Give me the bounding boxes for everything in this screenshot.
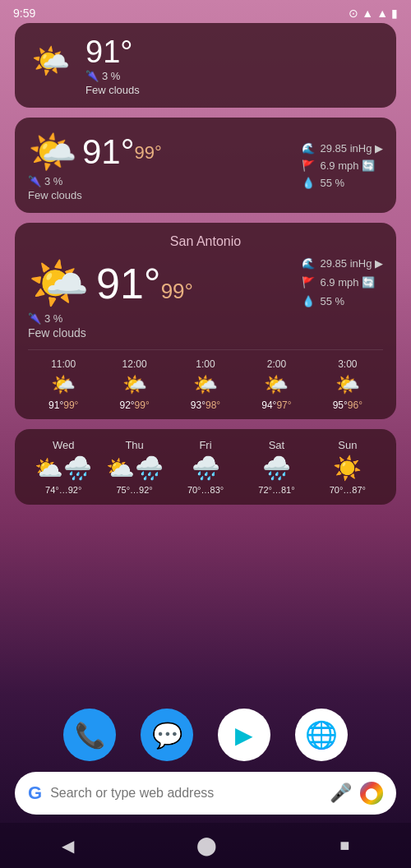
- hourly-time-4: 3:00: [338, 358, 357, 370]
- humidity-item: 💧 55 %: [302, 177, 383, 189]
- battery-icon: ▮: [391, 7, 398, 20]
- temp-large-main: 91°: [96, 260, 161, 307]
- wind-icon: 🚩: [302, 159, 315, 172]
- playstore-app-icon[interactable]: ▶: [218, 709, 270, 761]
- rain-small: 🌂 3 %: [85, 70, 140, 82]
- weekly-icon-sun: ☀️: [333, 455, 362, 482]
- phone-app-icon[interactable]: 📞: [63, 709, 116, 761]
- status-bar: 9:59 ⊙ ▲ ▲ ▮: [0, 0, 411, 23]
- hourly-temp-1: 92°99°: [119, 399, 149, 411]
- humidity-value-large: 55 %: [320, 295, 344, 307]
- weekly-item-thu: Thu ⛅🌧️ 75°…92°: [99, 439, 169, 495]
- pressure-icon-large: 🌊: [302, 257, 315, 270]
- hourly-temp-2: 93°98°: [191, 399, 220, 411]
- weekly-temps-fri: 70°…83°: [187, 485, 224, 495]
- weather-large-right: 🌊 29.85 inHg ▶ 🚩 6.9 mph 🔄 💧 55 %: [302, 257, 383, 307]
- wifi-icon: ▲: [362, 7, 373, 20]
- weekly-temps-wed: 74°…92°: [45, 485, 81, 495]
- hourly-temp-0: 91°99°: [48, 399, 78, 411]
- time-display: 9:59: [13, 7, 35, 20]
- icon-temp-row: 🌤️ 91°99°: [28, 129, 162, 175]
- wind-item: 🚩 6.9 mph 🔄: [302, 159, 383, 172]
- google-lens-icon[interactable]: ⬤: [360, 782, 383, 805]
- hourly-time-0: 11:00: [51, 358, 76, 370]
- condition-medium: Few clouds: [28, 189, 82, 201]
- rain-row-medium: 🌂 3 %: [28, 175, 62, 187]
- weather-large-left: 🌤️ 91°99° 🌂 3 % Few clouds: [28, 254, 193, 339]
- humidity-value: 55 %: [320, 177, 344, 189]
- weather-icon-medium: 🌤️: [28, 129, 77, 175]
- temp-medium-main: 91°: [82, 132, 135, 171]
- hourly-item-1: 12:00 🌤️ 92°99°: [99, 358, 169, 411]
- weekly-temps-thu: 75°…92°: [116, 485, 152, 495]
- hourly-icon-0: 🌤️: [51, 373, 76, 396]
- wind-value: 6.9 mph 🔄: [320, 159, 375, 172]
- humidity-icon: 💧: [302, 177, 315, 189]
- messages-icon: 💬: [152, 721, 182, 750]
- pressure-item-large: 🌊 29.85 inHg ▶: [302, 257, 383, 270]
- weekly-day-fri: Fri: [199, 439, 211, 451]
- weekly-day-thu: Thu: [125, 439, 143, 451]
- location-label: San Antonio: [28, 234, 383, 249]
- pressure-value-large: 29.85 inHg ▶: [320, 257, 383, 270]
- hourly-time-3: 2:00: [267, 358, 286, 370]
- hourly-item-3: 2:00 🌤️ 94°97°: [241, 358, 312, 411]
- weather-widget-small[interactable]: 🌤️ 91° 🌂 3 % Few clouds: [15, 23, 396, 108]
- weekly-day-sat: Sat: [269, 439, 285, 451]
- hourly-item-4: 3:00 🌤️ 95°96°: [312, 358, 383, 411]
- weekly-temps-sun: 70°…87°: [330, 485, 366, 495]
- weekly-day-wed: Wed: [53, 439, 75, 451]
- app-icons-row: 📞 💬 ▶ 🌐: [0, 709, 411, 761]
- pressure-value: 29.85 inHg ▶: [320, 142, 383, 155]
- weekly-item-wed: Wed ⛅🌧️ 74°…92°: [28, 439, 99, 495]
- weekly-item-sat: Sat 🌧️ 72°…81°: [241, 439, 312, 495]
- signal-icon: ▲: [376, 7, 388, 20]
- weekly-day-sun: Sun: [338, 439, 357, 451]
- humidity-drop-icon: 💧: [302, 295, 315, 307]
- hourly-item-0: 11:00 🌤️ 91°99°: [28, 358, 99, 411]
- humidity-item-large: 💧 55 %: [302, 295, 383, 307]
- weekly-icon-sat: 🌧️: [262, 455, 291, 482]
- chrome-app-icon[interactable]: 🌐: [295, 709, 348, 761]
- weekly-forecast: Wed ⛅🌧️ 74°…92° Thu ⛅🌧️ 75°…92° Fri 🌧️ 7…: [28, 439, 383, 495]
- pressure-icon: 🌊: [302, 142, 315, 155]
- umbrella-icon-medium: 🌂: [28, 175, 41, 187]
- home-button[interactable]: ⬤: [196, 835, 217, 856]
- hourly-icon-4: 🌤️: [335, 373, 360, 396]
- google-search-bar[interactable]: G 🎤 ⬤: [15, 772, 396, 815]
- rain-row-large: 🌂 3 %: [28, 312, 62, 325]
- condition-small: Few clouds: [85, 84, 140, 96]
- weekly-icon-fri: 🌧️: [192, 455, 220, 482]
- weather-icon-large: 🌤️: [28, 254, 90, 312]
- back-button[interactable]: ◀: [62, 836, 74, 856]
- temp-large-hi: 99°: [161, 279, 193, 303]
- weather-large-main: 🌤️ 91°99° 🌂 3 % Few clouds 🌊 29.85 inHg …: [28, 254, 383, 339]
- temp-small: 91°: [85, 35, 140, 70]
- chrome-icon: 🌐: [305, 719, 338, 750]
- phone-icon: 📞: [75, 721, 105, 750]
- temp-medium-hi: 99°: [135, 142, 162, 163]
- microphone-icon[interactable]: 🎤: [330, 783, 352, 804]
- weekly-item-fri: Fri 🌧️ 70°…83°: [170, 439, 241, 495]
- google-g-logo: G: [28, 783, 42, 804]
- hourly-forecast: 11:00 🌤️ 91°99° 12:00 🌤️ 92°99° 1:00 🌤️ …: [28, 349, 383, 411]
- weekly-item-sun: Sun ☀️ 70°…87°: [312, 439, 383, 495]
- weekly-icon-thu: ⛅🌧️: [106, 455, 164, 482]
- recents-button[interactable]: ■: [339, 836, 349, 855]
- weather-widget-medium[interactable]: 🌤️ 91°99° 🌂 3 % Few clouds 🌊 29.85 inHg …: [15, 118, 396, 213]
- umbrella-icon-small: 🌂: [85, 70, 99, 82]
- icon-temp-large-row: 🌤️ 91°99°: [28, 254, 193, 312]
- wind-value-large: 6.9 mph 🔄: [320, 276, 375, 289]
- weather-widget-weekly[interactable]: Wed ⛅🌧️ 74°…92° Thu ⛅🌧️ 75°…92° Fri 🌧️ 7…: [15, 429, 396, 505]
- messages-app-icon[interactable]: 💬: [141, 709, 193, 761]
- weather-info-small: 91° 🌂 3 % Few clouds: [85, 35, 140, 96]
- hourly-time-2: 1:00: [196, 358, 215, 370]
- hourly-icon-1: 🌤️: [122, 373, 147, 396]
- search-input[interactable]: [50, 772, 321, 815]
- weather-widget-large[interactable]: San Antonio 🌤️ 91°99° 🌂 3 % Few clouds 🌊…: [15, 223, 396, 419]
- hourly-time-1: 12:00: [122, 358, 147, 370]
- play-icon: ▶: [235, 722, 253, 749]
- wind-flag-icon: 🚩: [302, 276, 315, 289]
- umbrella-icon-large: 🌂: [28, 312, 41, 325]
- weekly-temps-sat: 72°…81°: [258, 485, 294, 495]
